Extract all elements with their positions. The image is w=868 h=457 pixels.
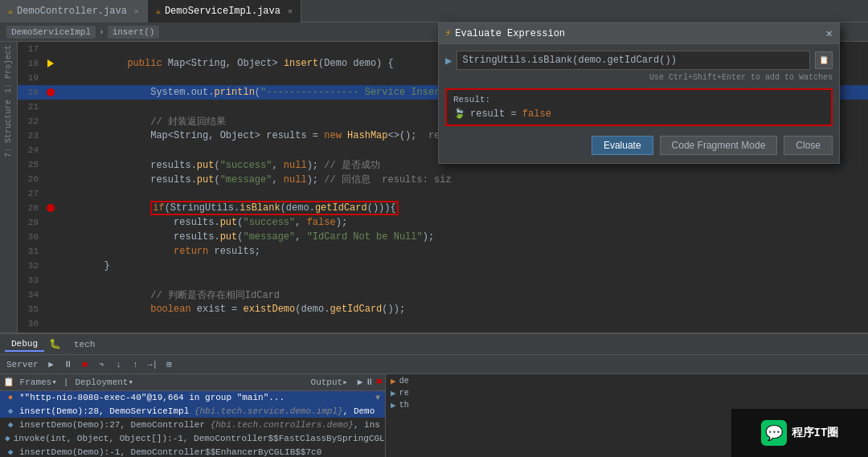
table-row: 31 return results;: [18, 244, 868, 259]
thread-dropdown[interactable]: ▼: [375, 394, 380, 402]
evaluate-dialog[interactable]: ⚡ Evaluate Expression ✕ ▶ 📋 Use Ctrl+Shi…: [438, 22, 840, 164]
thread-icon: ●: [5, 392, 16, 403]
list-item[interactable]: ◆ insertDemo(Demo):27, DemoController {h…: [0, 418, 385, 431]
list-item[interactable]: ◆ invoke(int, Object, Object[]):-1, Demo…: [0, 431, 385, 445]
dialog-close-button[interactable]: ✕: [826, 27, 833, 40]
dialog-title-text: Evaluate Expression: [455, 28, 565, 39]
close-button[interactable]: Close: [784, 136, 833, 155]
frames-toolbar-btn-2[interactable]: ⏸: [365, 377, 374, 387]
result-label: Result:: [453, 95, 825, 104]
output-icon: ▶: [391, 376, 396, 386]
tab-label-2: DemoServiceImpl.java: [165, 6, 280, 17]
java-icon-1: ☕: [8, 6, 13, 16]
server-label: Server: [3, 360, 42, 369]
frames-toolbar-btn-3[interactable]: ■: [376, 377, 382, 387]
step-over-btn[interactable]: ↷: [95, 357, 109, 372]
output-line-3: th: [399, 401, 409, 410]
step-into-btn[interactable]: ↓: [112, 357, 126, 372]
tab-democontroller[interactable]: ☕ DemoController.java ✕: [0, 0, 148, 22]
dialog-titlebar: ⚡ Evaluate Expression ✕: [439, 23, 839, 44]
step-out-btn[interactable]: ↑: [129, 357, 143, 372]
table-row: 26 results.put("message", null); // 回信息 …: [18, 172, 868, 186]
tab-bar: ☕ DemoController.java ✕ ☕ DemoServiceImp…: [0, 0, 868, 22]
thread-label: *"http-nio-8080-exec-40"@19,664 in group…: [19, 393, 285, 402]
tab-close-1[interactable]: ✕: [134, 6, 139, 16]
wechat-logo: 💬: [761, 420, 787, 446]
table-row: 32 }: [18, 259, 868, 273]
side-panel-structure[interactable]: 7: Structure: [4, 96, 13, 161]
code-fragment-mode-button[interactable]: Code Fragment Mode: [660, 136, 778, 155]
wechat-text: 程序IT圈: [792, 426, 839, 440]
result-leaf-icon: 🍃: [453, 108, 465, 120]
list-item[interactable]: ● *"http-nio-8080-exec-40"@19,664 in gro…: [0, 391, 385, 405]
result-section: Result: 🍃 result = false: [445, 88, 833, 126]
frame-label-4: insertDemo(Demo):-1, DemoController$$Enh…: [19, 447, 321, 457]
frame-label-3: invoke(int, Object, Object[]):-1, DemoCo…: [14, 434, 385, 443]
dialog-hint: Use Ctrl+Shift+Enter to add to Watches: [445, 73, 833, 82]
frame-label-2: insertDemo(Demo):27, DemoController {hbi…: [19, 420, 380, 430]
expression-icon: ▶: [445, 54, 452, 67]
frames-label[interactable]: 📋 Frames▾: [3, 377, 57, 387]
output-icon-3: ▶: [391, 400, 396, 410]
dialog-body: ▶ 📋 Use Ctrl+Shift+Enter to add to Watch…: [439, 44, 839, 163]
deployment-label[interactable]: Deployment▾: [75, 377, 133, 387]
stop-btn[interactable]: ■: [78, 357, 92, 372]
tab-demoserviceimpl[interactable]: ☕ DemoServiceImpl.java ✕: [148, 0, 301, 22]
frames-toolbar-btn-1[interactable]: ▶: [358, 377, 363, 387]
tab-close-2[interactable]: ✕: [288, 6, 293, 16]
tab-tech[interactable]: tech: [68, 338, 101, 351]
output-line-1: de: [399, 377, 409, 386]
evaluate-button[interactable]: Evaluate: [592, 136, 653, 155]
frame-icon-4: ◆: [5, 447, 16, 457]
output-label: Output▸: [311, 377, 348, 387]
tab-label-1: DemoController.java: [17, 6, 127, 17]
output-icon-2: ▶: [391, 388, 396, 398]
tab-debug[interactable]: Debug: [5, 337, 44, 352]
frame-icon-2: ◆: [5, 419, 16, 430]
expression-input[interactable]: [457, 51, 810, 70]
list-item[interactable]: ◆ insert(Demo):28, DemoServiceImpl {hbi.…: [0, 405, 385, 418]
resume-btn[interactable]: ▶: [44, 357, 59, 372]
output-line-2: re: [399, 389, 409, 398]
result-value: result = false: [470, 108, 551, 120]
copy-to-watches-btn[interactable]: 📋: [815, 51, 833, 69]
expression-input-row: ▶ 📋: [445, 51, 833, 70]
breadcrumb-class[interactable]: DemoServiceImpl: [6, 26, 96, 39]
side-panels: 1: Project 7: Structure: [0, 42, 18, 333]
frame-icon-3: ◆: [5, 433, 10, 444]
java-icon-2: ☕: [156, 6, 161, 16]
table-row: 35 boolean exist = existDemo(demo.getIdC…: [18, 302, 868, 316]
pause-btn[interactable]: ⏸: [61, 357, 76, 372]
evaluate-btn[interactable]: ⊞: [162, 357, 177, 372]
breadcrumb-sep: ›: [99, 27, 104, 37]
debug-toolbar: Server ▶ ⏸ ■ ↷ ↓ ↑ →| ⊞: [0, 355, 868, 374]
bottom-tab-bar: Debug 🐛 tech: [0, 334, 868, 355]
frame-label-1: insert(Demo):28, DemoServiceImpl {hbi.te…: [19, 406, 375, 416]
wechat-badge: 💬 程序IT圈: [731, 409, 868, 457]
side-panel-project[interactable]: 1: Project: [4, 42, 13, 96]
result-value-row: 🍃 result = false: [453, 108, 825, 120]
run-to-cursor-btn[interactable]: →|: [145, 357, 160, 372]
frames-section: 📋 Frames▾ | Deployment▾ Output▸ ▶ ⏸ ■ ● …: [0, 374, 386, 457]
dialog-footer: Evaluate Code Fragment Mode Close: [445, 133, 833, 157]
dialog-title: ⚡ Evaluate Expression: [445, 27, 565, 39]
dialog-title-icon: ⚡: [445, 27, 451, 39]
breadcrumb-method[interactable]: insert(): [108, 26, 160, 39]
frame-icon-1: ◆: [5, 406, 16, 417]
list-item[interactable]: ◆ insertDemo(Demo):-1, DemoController$$E…: [0, 445, 385, 457]
